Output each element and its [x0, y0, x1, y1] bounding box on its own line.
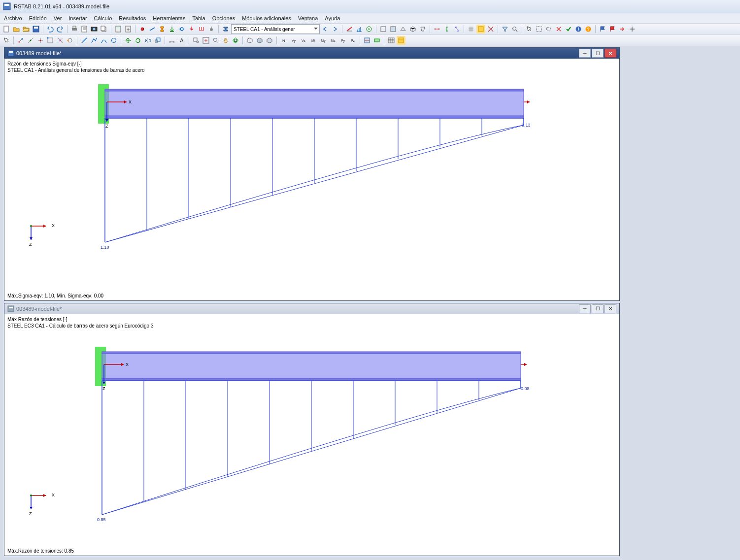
calc2-icon[interactable]	[124, 25, 133, 33]
menu-modulos[interactable]: Módulos adicionales	[242, 15, 291, 21]
view-xy-icon[interactable]	[379, 25, 388, 33]
menu-calculo[interactable]: Cálculo	[94, 15, 112, 21]
nforce-icon[interactable]: N	[279, 36, 288, 45]
render-trans-icon[interactable]	[265, 36, 274, 45]
mz-icon[interactable]: Mz	[329, 36, 337, 45]
select-poly-icon[interactable]	[544, 25, 553, 33]
panel-icon[interactable]	[397, 36, 405, 45]
mt-icon[interactable]: Mt	[309, 36, 318, 45]
child-window-2-titlebar[interactable]: 003489-model-file* ─ ☐ ✕	[4, 303, 619, 314]
table-icon[interactable]	[387, 36, 396, 45]
snap5-icon[interactable]	[56, 36, 65, 45]
snap4-icon[interactable]	[46, 36, 55, 45]
undo-icon[interactable]	[46, 25, 55, 33]
select-box-icon[interactable]	[535, 25, 543, 33]
flag-blue-icon[interactable]	[598, 25, 607, 33]
canvas-1[interactable]: Razón de tensiones Sigma-eqv [-]STEEL CA…	[4, 59, 619, 300]
menu-ayuda[interactable]: Ayuda	[325, 15, 340, 21]
zoom-all-icon[interactable]	[202, 36, 210, 45]
select2-icon[interactable]	[2, 36, 11, 45]
menu-ver[interactable]: Ver	[54, 15, 62, 21]
loadcase-dropdown[interactable]: STEEL CA1 - Análisis gener	[231, 24, 320, 34]
close-button[interactable]: ✕	[605, 49, 616, 58]
menu-insertar[interactable]: Insertar	[68, 15, 87, 21]
redo-icon[interactable]	[56, 25, 65, 33]
clip-icon[interactable]	[486, 25, 495, 33]
pz-icon[interactable]: Pz	[348, 36, 357, 45]
maximize-button-2[interactable]: ☐	[592, 304, 604, 313]
print-icon[interactable]	[70, 25, 79, 33]
check-icon[interactable]	[564, 25, 573, 33]
select-icon[interactable]	[525, 25, 534, 33]
render-solid-icon[interactable]	[255, 36, 264, 45]
save-icon[interactable]	[32, 25, 40, 33]
copy-icon[interactable]	[100, 25, 108, 33]
find-icon[interactable]	[510, 25, 519, 33]
view-iso-icon[interactable]	[408, 25, 417, 33]
cursor-cross-icon[interactable]	[628, 25, 637, 33]
hinge-icon[interactable]	[177, 25, 186, 33]
new-file-icon[interactable]	[2, 25, 11, 33]
mirror-icon[interactable]	[143, 36, 152, 45]
dim-y-icon[interactable]	[442, 25, 451, 33]
arc-icon[interactable]	[100, 36, 108, 45]
close-button-2[interactable]: ✕	[605, 304, 616, 313]
minimize-button[interactable]: ─	[579, 49, 591, 58]
design-icon[interactable]	[372, 36, 381, 45]
menu-resultados[interactable]: Resultados	[119, 15, 146, 21]
my-icon[interactable]: My	[319, 36, 328, 45]
capture-icon[interactable]	[90, 25, 99, 33]
maximize-button[interactable]: ☐	[592, 49, 604, 58]
flag-arrow-icon[interactable]	[618, 25, 627, 33]
dim-icon[interactable]	[168, 36, 176, 45]
beam-icon[interactable]	[148, 25, 157, 33]
canvas-2[interactable]: Máx Razón de tensiones [-]STEEL EC3 CA1 …	[4, 314, 619, 556]
render-wire-icon[interactable]	[245, 36, 254, 45]
help-icon[interactable]: ?	[584, 25, 593, 33]
flag-red-icon[interactable]	[608, 25, 617, 33]
menu-opciones[interactable]: Opciones	[212, 15, 235, 21]
highlight-icon[interactable]	[476, 25, 485, 33]
filter-icon[interactable]	[501, 25, 509, 33]
dim-x-icon[interactable]	[433, 25, 441, 33]
zoom-prev-icon[interactable]	[211, 36, 220, 45]
move-icon[interactable]	[124, 36, 133, 45]
py-icon[interactable]: Py	[338, 36, 347, 45]
load-icon[interactable]	[187, 25, 196, 33]
minimize-button-2[interactable]: ─	[579, 304, 591, 313]
mass-icon[interactable]	[207, 25, 216, 33]
scale-icon[interactable]	[355, 25, 364, 33]
menu-tabla[interactable]: Tabla	[192, 15, 205, 21]
line1-icon[interactable]	[80, 36, 89, 45]
open-folder-icon[interactable]	[22, 25, 31, 33]
prev-icon[interactable]	[321, 25, 330, 33]
load2-icon[interactable]	[197, 25, 206, 33]
vz-icon[interactable]: Vz	[299, 36, 308, 45]
snap6-icon[interactable]	[66, 36, 74, 45]
node-icon[interactable]	[138, 25, 147, 33]
view-persp-icon[interactable]	[418, 25, 427, 33]
circle-icon[interactable]	[109, 36, 118, 45]
report-icon[interactable]	[80, 25, 89, 33]
snap1-icon[interactable]	[16, 36, 25, 45]
info-icon[interactable]: i	[574, 25, 583, 33]
calc-icon[interactable]	[114, 25, 123, 33]
text-icon[interactable]: A	[177, 36, 186, 45]
open-file-icon[interactable]	[12, 25, 21, 33]
menu-ventana[interactable]: Ventana	[298, 15, 318, 21]
steel-icon[interactable]	[221, 25, 230, 33]
section-icon[interactable]	[158, 25, 167, 33]
support-icon[interactable]	[168, 25, 176, 33]
menu-herramientas[interactable]: Herramientas	[153, 15, 185, 21]
view-xz-icon[interactable]	[399, 25, 407, 33]
rotate-icon[interactable]	[134, 36, 142, 45]
dim-z-icon[interactable]	[452, 25, 461, 33]
zoom-win-icon[interactable]	[192, 36, 201, 45]
deselect-icon[interactable]	[554, 25, 563, 33]
scl-icon[interactable]	[153, 36, 162, 45]
animate-icon[interactable]	[365, 25, 373, 33]
child-window-1-titlebar[interactable]: 003489-model-file* ─ ☐ ✕	[4, 48, 619, 59]
orbit-icon[interactable]	[231, 36, 240, 45]
menu-archivo[interactable]: Archivo	[4, 15, 22, 21]
view-yz-icon[interactable]	[389, 25, 398, 33]
